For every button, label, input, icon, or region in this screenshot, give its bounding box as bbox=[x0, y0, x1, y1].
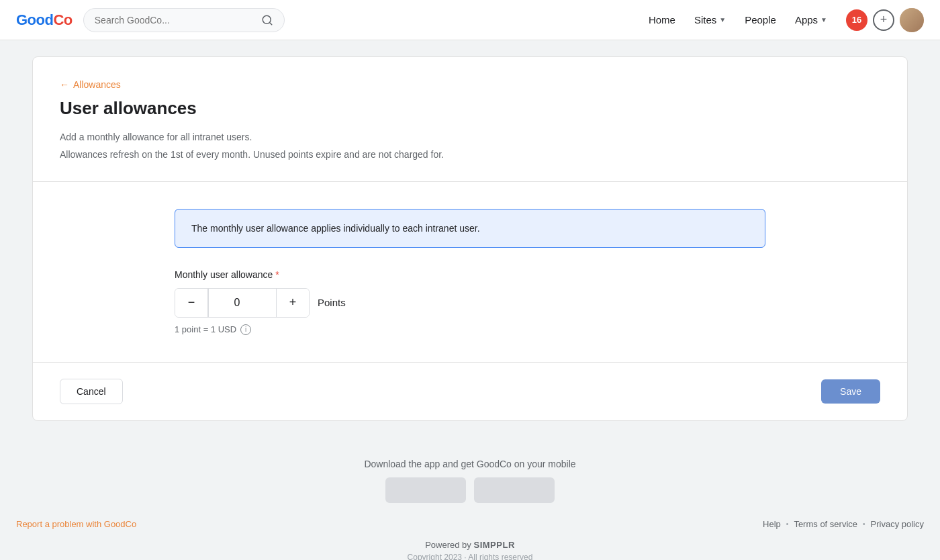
search-bar[interactable] bbox=[83, 8, 285, 32]
add-button[interactable]: + bbox=[873, 9, 894, 31]
points-label: Points bbox=[318, 297, 346, 308]
nav-apps[interactable]: Apps ▼ bbox=[787, 9, 835, 31]
info-icon[interactable]: i bbox=[240, 324, 251, 335]
simpplr-brand: SIMPPLR bbox=[473, 540, 514, 550]
nav-sites[interactable]: Sites ▼ bbox=[686, 9, 734, 31]
increment-button[interactable]: + bbox=[277, 288, 309, 318]
header: GoodCo Home Sites ▼ People Apps ▼ 16 + bbox=[0, 0, 940, 40]
chevron-down-icon: ▼ bbox=[719, 16, 726, 24]
description-1: Add a monthly allowance for all intranet… bbox=[60, 130, 880, 144]
cancel-button[interactable]: Cancel bbox=[60, 379, 123, 404]
header-nav: Home Sites ▼ People Apps ▼ bbox=[641, 9, 835, 31]
logo-good: Good bbox=[16, 11, 53, 28]
breadcrumb-label: Allowances bbox=[73, 79, 121, 90]
card-footer: Cancel Save bbox=[33, 362, 907, 420]
nav-home[interactable]: Home bbox=[641, 9, 684, 31]
help-link[interactable]: Help bbox=[763, 519, 781, 529]
point-info: 1 point = 1 USD i bbox=[175, 324, 765, 335]
svg-line-1 bbox=[269, 22, 271, 24]
stepper-row: − + Points bbox=[175, 288, 765, 318]
info-box: The monthly user allowance applies indiv… bbox=[175, 209, 765, 248]
footer-right-links: Help • Terms of service • Privacy policy bbox=[763, 519, 924, 529]
back-arrow-icon: ← bbox=[60, 79, 69, 90]
search-icon bbox=[261, 14, 273, 26]
app-store-button[interactable] bbox=[385, 477, 466, 503]
search-input[interactable] bbox=[95, 15, 256, 26]
description-2: Allowances refresh on the 1st of every m… bbox=[60, 147, 880, 162]
google-play-button[interactable] bbox=[474, 477, 555, 503]
footer-links: Report a problem with GoodCo Help • Term… bbox=[0, 519, 940, 529]
required-indicator: * bbox=[275, 269, 279, 280]
footer-download-text: Download the app and get GoodCo on your … bbox=[0, 459, 940, 469]
logo[interactable]: GoodCo bbox=[16, 11, 73, 29]
footer-powered: Powered by SIMPPLR bbox=[0, 540, 940, 550]
page-wrapper: ← Allowances User allowances Add a month… bbox=[0, 40, 940, 437]
breadcrumb-link[interactable]: ← Allowances bbox=[60, 79, 121, 90]
allowance-input[interactable] bbox=[209, 297, 276, 309]
decrement-button[interactable]: − bbox=[175, 288, 207, 318]
save-button[interactable]: Save bbox=[821, 379, 880, 404]
avatar[interactable] bbox=[900, 8, 924, 32]
chevron-down-icon: ▼ bbox=[820, 16, 827, 24]
logo-co: Co bbox=[53, 11, 72, 28]
form-section: Monthly user allowance * − + bbox=[175, 269, 765, 335]
page-title: User allowances bbox=[60, 98, 880, 119]
notification-badge[interactable]: 16 bbox=[846, 9, 867, 31]
main-card: ← Allowances User allowances Add a month… bbox=[32, 56, 908, 421]
footer-dot-1: • bbox=[786, 520, 789, 528]
footer-copyright: Copyright 2023 · All rights reserved bbox=[0, 553, 940, 560]
privacy-link[interactable]: Privacy policy bbox=[871, 519, 924, 529]
terms-link[interactable]: Terms of service bbox=[794, 519, 857, 529]
app-store-buttons bbox=[0, 477, 940, 503]
avatar-image bbox=[900, 8, 924, 32]
header-actions: 16 + bbox=[846, 8, 924, 32]
card-body: The monthly user allowance applies indiv… bbox=[33, 182, 907, 362]
footer-dot-2: • bbox=[863, 520, 865, 528]
field-label: Monthly user allowance * bbox=[175, 269, 765, 280]
card-header: ← Allowances User allowances Add a month… bbox=[33, 57, 907, 182]
report-problem-link[interactable]: Report a problem with GoodCo bbox=[16, 519, 136, 529]
nav-people[interactable]: People bbox=[737, 9, 784, 31]
quantity-stepper: − + bbox=[175, 288, 310, 318]
site-footer: Download the app and get GoodCo on your … bbox=[0, 437, 940, 560]
